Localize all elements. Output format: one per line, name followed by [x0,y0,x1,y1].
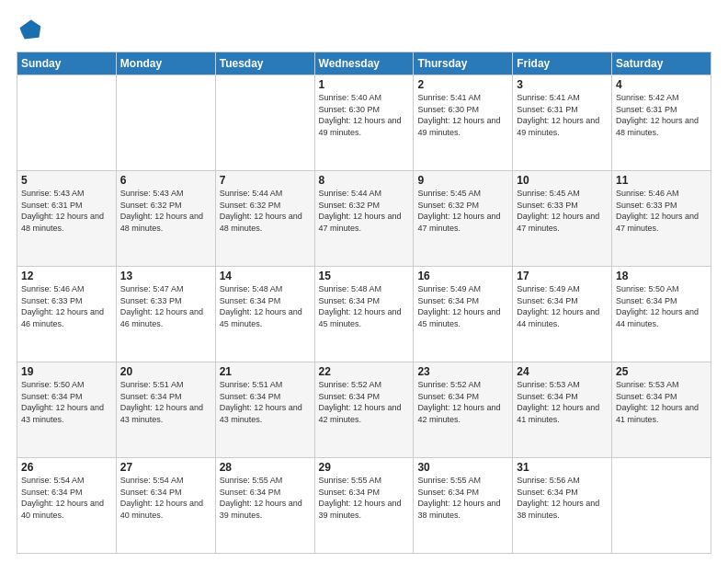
day-info: Sunrise: 5:48 AM Sunset: 6:34 PM Dayligh… [319,283,410,329]
day-info: Sunrise: 5:53 AM Sunset: 6:34 PM Dayligh… [517,379,608,425]
calendar-cell: 13Sunrise: 5:47 AM Sunset: 6:33 PM Dayli… [116,267,215,362]
day-info: Sunrise: 5:51 AM Sunset: 6:34 PM Dayligh… [220,379,311,425]
calendar-cell: 19Sunrise: 5:50 AM Sunset: 6:34 PM Dayli… [17,362,117,458]
day-of-week-header: Sunday [17,52,117,75]
day-number: 1 [319,78,410,91]
day-info: Sunrise: 5:44 AM Sunset: 6:32 PM Dayligh… [319,188,410,234]
calendar-cell: 25Sunrise: 5:53 AM Sunset: 6:34 PM Dayli… [612,362,711,458]
calendar-cell: 9Sunrise: 5:45 AM Sunset: 6:32 PM Daylig… [414,171,513,267]
day-info: Sunrise: 5:55 AM Sunset: 6:34 PM Dayligh… [220,475,311,521]
day-info: Sunrise: 5:40 AM Sunset: 6:30 PM Dayligh… [319,92,410,138]
day-info: Sunrise: 5:54 AM Sunset: 6:34 PM Dayligh… [21,475,112,521]
day-number: 21 [220,365,311,378]
calendar-cell [215,75,314,171]
svg-marker-0 [20,20,41,40]
day-number: 13 [120,270,211,282]
day-number: 28 [220,461,311,474]
calendar-cell: 14Sunrise: 5:48 AM Sunset: 6:34 PM Dayli… [215,267,314,362]
day-info: Sunrise: 5:44 AM Sunset: 6:32 PM Dayligh… [220,188,311,234]
day-number: 30 [417,461,508,474]
day-info: Sunrise: 5:55 AM Sunset: 6:34 PM Dayligh… [417,475,508,521]
calendar-cell: 16Sunrise: 5:49 AM Sunset: 6:34 PM Dayli… [414,267,513,362]
calendar-cell: 15Sunrise: 5:48 AM Sunset: 6:34 PM Dayli… [314,267,414,362]
calendar-cell: 4Sunrise: 5:42 AM Sunset: 6:31 PM Daylig… [612,75,711,171]
day-number: 16 [417,270,508,282]
calendar-week-row: 5Sunrise: 5:43 AM Sunset: 6:31 PM Daylig… [17,171,711,267]
day-number: 23 [417,365,508,378]
day-number: 31 [517,461,608,474]
day-info: Sunrise: 5:46 AM Sunset: 6:33 PM Dayligh… [616,188,707,234]
calendar-cell: 24Sunrise: 5:53 AM Sunset: 6:34 PM Dayli… [513,362,612,458]
calendar-cell: 2Sunrise: 5:41 AM Sunset: 6:30 PM Daylig… [414,75,513,171]
day-info: Sunrise: 5:41 AM Sunset: 6:30 PM Dayligh… [417,92,508,138]
day-number: 26 [21,461,112,474]
calendar-table: SundayMondayTuesdayWednesdayThursdayFrid… [17,52,711,554]
calendar-cell: 23Sunrise: 5:52 AM Sunset: 6:34 PM Dayli… [414,362,513,458]
day-of-week-header: Friday [513,52,612,75]
day-info: Sunrise: 5:49 AM Sunset: 6:34 PM Dayligh… [517,283,608,329]
day-number: 11 [616,174,707,187]
day-number: 15 [319,270,410,282]
day-info: Sunrise: 5:45 AM Sunset: 6:33 PM Dayligh… [517,188,608,234]
calendar-cell: 20Sunrise: 5:51 AM Sunset: 6:34 PM Dayli… [116,362,215,458]
day-info: Sunrise: 5:50 AM Sunset: 6:34 PM Dayligh… [21,379,112,425]
calendar-week-row: 26Sunrise: 5:54 AM Sunset: 6:34 PM Dayli… [17,458,711,554]
calendar-cell: 5Sunrise: 5:43 AM Sunset: 6:31 PM Daylig… [17,171,117,267]
calendar-cell: 3Sunrise: 5:41 AM Sunset: 6:31 PM Daylig… [513,75,612,171]
day-info: Sunrise: 5:41 AM Sunset: 6:31 PM Dayligh… [517,92,608,138]
day-number: 6 [120,174,211,187]
day-info: Sunrise: 5:52 AM Sunset: 6:34 PM Dayligh… [319,379,410,425]
day-of-week-header: Monday [116,52,215,75]
calendar-cell: 7Sunrise: 5:44 AM Sunset: 6:32 PM Daylig… [215,171,314,267]
day-number: 27 [120,461,211,474]
day-number: 18 [616,270,707,282]
calendar-cell: 11Sunrise: 5:46 AM Sunset: 6:33 PM Dayli… [612,171,711,267]
day-info: Sunrise: 5:46 AM Sunset: 6:33 PM Dayligh… [21,283,112,329]
calendar-cell: 28Sunrise: 5:55 AM Sunset: 6:34 PM Dayli… [215,458,314,554]
day-number: 9 [417,174,508,187]
day-info: Sunrise: 5:54 AM Sunset: 6:34 PM Dayligh… [120,475,211,521]
calendar-page: SundayMondayTuesdayWednesdayThursdayFrid… [0,0,728,563]
calendar-cell: 18Sunrise: 5:50 AM Sunset: 6:34 PM Dayli… [612,267,711,362]
calendar-cell: 29Sunrise: 5:55 AM Sunset: 6:34 PM Dayli… [314,458,414,554]
day-info: Sunrise: 5:48 AM Sunset: 6:34 PM Dayligh… [220,283,311,329]
calendar-cell: 26Sunrise: 5:54 AM Sunset: 6:34 PM Dayli… [17,458,117,554]
day-info: Sunrise: 5:49 AM Sunset: 6:34 PM Dayligh… [417,283,508,329]
calendar-cell: 6Sunrise: 5:43 AM Sunset: 6:32 PM Daylig… [116,171,215,267]
day-number: 10 [517,174,608,187]
day-of-week-header: Wednesday [314,52,414,75]
day-number: 29 [319,461,410,474]
day-number: 3 [517,78,608,91]
calendar-week-row: 12Sunrise: 5:46 AM Sunset: 6:33 PM Dayli… [17,267,711,362]
calendar-cell: 27Sunrise: 5:54 AM Sunset: 6:34 PM Dayli… [116,458,215,554]
calendar-cell: 21Sunrise: 5:51 AM Sunset: 6:34 PM Dayli… [215,362,314,458]
day-number: 2 [417,78,508,91]
calendar-week-row: 1Sunrise: 5:40 AM Sunset: 6:30 PM Daylig… [17,75,711,171]
day-info: Sunrise: 5:42 AM Sunset: 6:31 PM Dayligh… [616,92,707,138]
day-info: Sunrise: 5:43 AM Sunset: 6:31 PM Dayligh… [21,188,112,234]
day-info: Sunrise: 5:52 AM Sunset: 6:34 PM Dayligh… [417,379,508,425]
day-header-row: SundayMondayTuesdayWednesdayThursdayFrid… [17,52,711,75]
calendar-cell [17,75,117,171]
day-number: 5 [21,174,112,187]
logo-icon [17,17,42,42]
day-number: 20 [120,365,211,378]
calendar-cell: 1Sunrise: 5:40 AM Sunset: 6:30 PM Daylig… [314,75,414,171]
day-of-week-header: Thursday [414,52,513,75]
day-number: 19 [21,365,112,378]
calendar-week-row: 19Sunrise: 5:50 AM Sunset: 6:34 PM Dayli… [17,362,711,458]
calendar-cell: 8Sunrise: 5:44 AM Sunset: 6:32 PM Daylig… [314,171,414,267]
logo [17,17,46,42]
day-info: Sunrise: 5:43 AM Sunset: 6:32 PM Dayligh… [120,188,211,234]
day-number: 7 [220,174,311,187]
day-number: 22 [319,365,410,378]
day-number: 17 [517,270,608,282]
day-info: Sunrise: 5:45 AM Sunset: 6:32 PM Dayligh… [417,188,508,234]
day-number: 12 [21,270,112,282]
calendar-cell: 30Sunrise: 5:55 AM Sunset: 6:34 PM Dayli… [414,458,513,554]
day-of-week-header: Tuesday [215,52,314,75]
calendar-cell: 22Sunrise: 5:52 AM Sunset: 6:34 PM Dayli… [314,362,414,458]
day-of-week-header: Saturday [612,52,711,75]
calendar-cell [612,458,711,554]
calendar-cell [116,75,215,171]
